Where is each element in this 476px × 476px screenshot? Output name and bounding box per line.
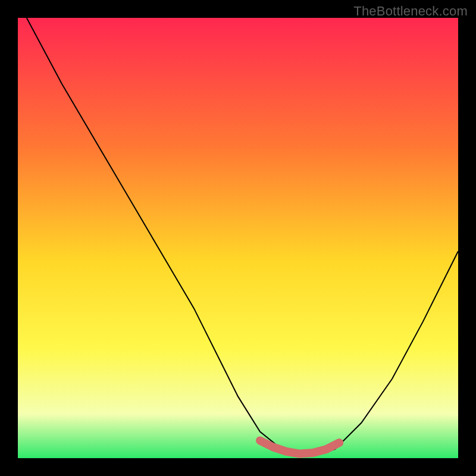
gradient-background [18, 18, 458, 458]
chart-frame: TheBottleneck.com [0, 0, 476, 476]
chart-svg [18, 18, 458, 458]
plot-area [18, 18, 458, 458]
attribution-label: TheBottleneck.com [353, 4, 468, 19]
